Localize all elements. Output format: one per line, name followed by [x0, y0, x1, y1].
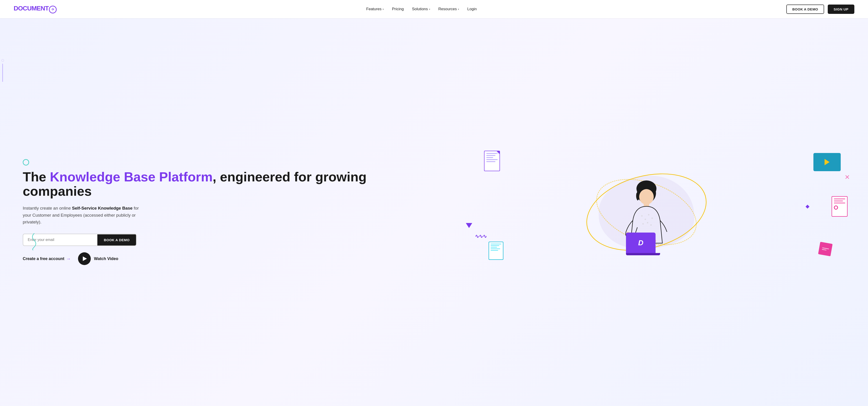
- nav-link-pricing[interactable]: Pricing: [392, 7, 404, 11]
- book-demo-button[interactable]: BOOK A DEMO: [786, 5, 824, 14]
- deco-dot: [1, 59, 4, 62]
- document-card-top: [484, 151, 500, 171]
- hero-description: Instantly create an online Self-Service …: [23, 205, 141, 226]
- free-account-link[interactable]: Create a free account →: [23, 256, 71, 262]
- svg-point-3: [639, 189, 654, 205]
- diamond-decoration: [806, 205, 810, 209]
- document-icon: [484, 151, 500, 171]
- hero-desc-prefix: Instantly create an online: [23, 206, 72, 210]
- navbar: DOCUMENT⟳ Features ▾ Pricing Solutions ▾…: [0, 0, 868, 18]
- hero-left: The Knowledge Base Platform, engineered …: [23, 159, 439, 265]
- nav-item-solutions[interactable]: Solutions ▾: [412, 7, 430, 11]
- nav-item-pricing[interactable]: Pricing: [392, 7, 404, 11]
- svg-point-4: [641, 215, 643, 217]
- video-play-icon: [825, 159, 830, 165]
- laptop-illustration: D: [626, 233, 660, 255]
- sq-line: [822, 247, 829, 249]
- nav-link-login[interactable]: Login: [467, 7, 477, 11]
- svg-point-10: [650, 224, 652, 226]
- nav-label-solutions: Solutions: [412, 7, 428, 11]
- doc-line: [491, 247, 497, 247]
- pink-sq-lines: [822, 247, 829, 251]
- laptop-logo: D: [638, 239, 643, 247]
- doc-line: [491, 250, 498, 251]
- doc-line: [834, 201, 843, 201]
- nav-link-features[interactable]: Features ▾: [366, 7, 384, 11]
- laptop-screen: D: [626, 233, 656, 253]
- triangle-decoration: [466, 223, 472, 228]
- svg-point-8: [642, 223, 644, 225]
- pink-document-icon: [832, 196, 847, 217]
- doc-line: [486, 157, 493, 158]
- email-form: BOOK A DEMO: [23, 234, 136, 246]
- svg-point-7: [651, 217, 653, 219]
- nav-link-resources[interactable]: Resources ▾: [438, 7, 459, 11]
- hero-title-prefix: The: [23, 169, 50, 184]
- watch-video-label: Watch Video: [94, 257, 118, 261]
- nav-links: Features ▾ Pricing Solutions ▾ Resources…: [366, 7, 477, 11]
- illustration: D: [439, 146, 854, 278]
- doc-line: [491, 244, 501, 244]
- nav-label-pricing: Pricing: [392, 7, 404, 11]
- nav-item-resources[interactable]: Resources ▾: [438, 7, 459, 11]
- document-card-pink: [832, 196, 847, 217]
- doc-line: [491, 248, 500, 249]
- svg-point-5: [645, 219, 646, 220]
- nav-label-features: Features: [366, 7, 381, 11]
- hero-title: The Knowledge Base Platform, engineered …: [23, 170, 439, 199]
- doc-line: [486, 159, 498, 160]
- wavy-decoration: ∿∿∿: [475, 233, 487, 239]
- free-account-label: Create a free account: [23, 257, 64, 261]
- doc-circle: [834, 205, 838, 210]
- nav-item-features[interactable]: Features ▾: [366, 7, 384, 11]
- hero-desc-bold: Self-Service Knowledge Base: [72, 206, 133, 210]
- document-card-teal: [489, 242, 503, 260]
- sign-up-button[interactable]: SIGN UP: [828, 5, 854, 14]
- doc-line: [486, 153, 498, 154]
- doc-line: [834, 203, 845, 203]
- triangle-icon: [466, 223, 472, 228]
- chevron-down-icon: ▾: [458, 8, 459, 10]
- nav-link-solutions[interactable]: Solutions ▾: [412, 7, 430, 11]
- watch-video-group: Watch Video: [78, 252, 118, 265]
- nav-label-resources: Resources: [438, 7, 457, 11]
- arrow-icon: →: [66, 256, 71, 262]
- hero-bottom-links: Create a free account → Watch Video: [23, 252, 439, 265]
- hero-section: The Knowledge Base Platform, engineered …: [0, 18, 868, 406]
- logo-text: DOCUMENT⟳: [14, 5, 57, 13]
- laptop-base: [626, 253, 660, 255]
- doc-line: [834, 198, 845, 199]
- nav-label-login: Login: [467, 7, 477, 11]
- play-icon: [83, 257, 87, 261]
- doc-line: [486, 155, 495, 156]
- sq-line: [822, 249, 826, 250]
- play-button[interactable]: [78, 252, 91, 265]
- form-book-demo-button[interactable]: BOOK A DEMO: [97, 234, 136, 245]
- nav-actions: BOOK A DEMO SIGN UP: [786, 5, 854, 14]
- deco-circle: [23, 159, 29, 166]
- pink-square-decoration: [818, 242, 833, 257]
- video-card: [813, 153, 841, 171]
- chevron-down-icon: ▾: [382, 8, 384, 10]
- deco-vert-line: [2, 64, 3, 82]
- logo[interactable]: DOCUMENT⟳: [14, 5, 57, 13]
- svg-point-9: [647, 222, 648, 224]
- doc-line: [491, 245, 499, 246]
- chevron-down-icon: ▾: [429, 8, 430, 10]
- nav-item-login[interactable]: Login: [467, 7, 477, 11]
- doc-line: [486, 161, 495, 162]
- logo-name: DOCUMENT: [14, 5, 49, 12]
- hero-right: D: [439, 146, 854, 278]
- svg-point-6: [648, 214, 649, 215]
- hero-title-purple: Knowledge Base Platform: [50, 169, 212, 184]
- deco-wave: [30, 232, 39, 251]
- teal-document-icon: [489, 242, 503, 260]
- logo-360: ⟳: [49, 6, 57, 13]
- cross-decoration: ✕: [844, 173, 850, 181]
